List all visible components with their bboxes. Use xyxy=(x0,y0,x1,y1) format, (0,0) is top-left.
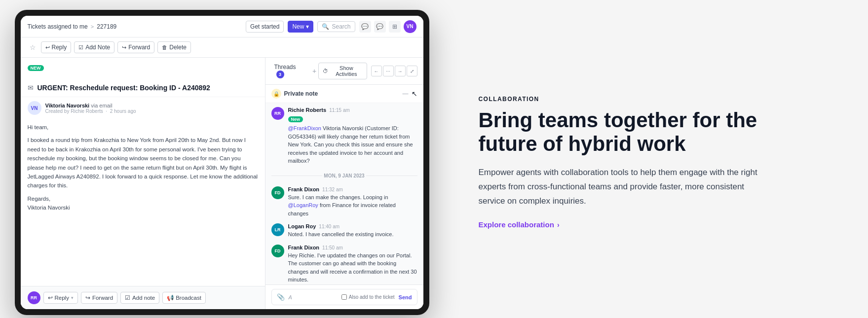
reply-caret-icon: ▾ xyxy=(71,295,74,300)
device-screen: Tickets assigned to me > 227189 Get star… xyxy=(21,16,423,309)
sender-via: via email xyxy=(91,103,112,108)
message-content: Frank Dixon 11:32 am Sure. I can make th… xyxy=(288,186,417,218)
message-content: Richie Roberts 11:15 am New @FrankDixon … xyxy=(288,107,417,165)
private-note-label: 🔒 Private note xyxy=(271,89,318,99)
message-avatar-fd2: FD xyxy=(271,245,284,257)
collaboration-heading: Bring teams together for the future of h… xyxy=(479,108,809,156)
collaboration-label: COLLABORATION xyxy=(479,96,809,103)
message-content: Frank Dixon 11:50 am Hey Richie. I've up… xyxy=(288,245,417,284)
compose-placeholder[interactable]: A xyxy=(289,294,338,300)
reply-bar-avatar: RR xyxy=(28,291,40,304)
also-add-checkbox[interactable] xyxy=(341,294,347,300)
reply-bar-broadcast-icon: 📢 xyxy=(167,294,174,301)
marketing-content: COLLABORATION Bring teams together for t… xyxy=(459,86,829,239)
message-text: Hey Richie. I've updated the changes on … xyxy=(288,251,417,284)
email-panel: New ✉ URGENT: Reschedule request: Bookin… xyxy=(21,58,265,309)
threads-nav-next[interactable]: → xyxy=(395,66,406,76)
sender-details: Viktoria Navorski via email Created by R… xyxy=(45,103,136,114)
delete-icon: 🗑 xyxy=(162,44,167,50)
threads-header: Threads 3 + ⏱ Show Activities ← xyxy=(265,58,423,85)
message-header: Logan Roy 11:40 am xyxy=(288,223,417,229)
email-sign: Regards, Viktoria Navorski xyxy=(28,194,258,212)
email-greeting: Hi team, xyxy=(28,123,258,132)
email-subject-row: ✉ URGENT: Reschedule request: Booking ID… xyxy=(21,77,265,97)
message-text: Noted. I have cancelled the existing inv… xyxy=(288,230,417,239)
private-note-header: 🔒 Private note — ↖ xyxy=(265,85,423,103)
sender-avatar: VN xyxy=(28,101,41,115)
threads-nav: ← ··· → ⤢ xyxy=(371,66,417,76)
sender-name: Viktoria Navorski xyxy=(45,103,90,108)
message-time: 11:50 am xyxy=(322,245,343,250)
message-author: Frank Dixon xyxy=(288,245,320,250)
breadcrumb-section: Tickets assigned to me xyxy=(28,23,88,30)
private-note-icon: 🔒 xyxy=(271,89,281,99)
email-subject-text: URGENT: Reschedule request: Booking ID -… xyxy=(38,84,210,92)
star-button[interactable]: ☆ xyxy=(28,41,38,53)
chat-icon[interactable]: 💬 xyxy=(374,21,386,33)
also-add-label[interactable]: Also add to the ticket xyxy=(341,294,395,300)
threads-expand-button[interactable]: ⤢ xyxy=(407,66,417,76)
private-note-minimize[interactable]: — xyxy=(403,90,409,97)
delete-button[interactable]: 🗑 Delete xyxy=(157,41,191,53)
reply-bar-broadcast-button[interactable]: 📢 Broadcast xyxy=(162,292,206,304)
threads-tab[interactable]: Threads 3 xyxy=(271,62,309,80)
search-box[interactable]: 🔍 Search xyxy=(317,21,355,32)
message-header: Richie Roberts 11:15 am xyxy=(288,107,417,113)
compose-right: Also add to the ticket Send xyxy=(341,294,412,300)
forward-button[interactable]: ↪ Forward xyxy=(117,41,154,53)
email-body: Hi team, I booked a round trip from Krak… xyxy=(21,119,265,286)
breadcrumb: Tickets assigned to me > 227189 xyxy=(28,23,117,30)
breadcrumb-separator: > xyxy=(91,24,94,30)
compose-area: 📎 A Also add to the ticket Send xyxy=(265,284,423,309)
threads-nav-prev[interactable]: ← xyxy=(371,66,382,76)
forward-icon: ↪ xyxy=(122,44,126,51)
threads-count-badge: 3 xyxy=(276,71,284,78)
email-body-text: I booked a round trip from Krakozhia to … xyxy=(28,136,258,190)
message-item: FD Frank Dixon 11:50 am Hey Richie. I've… xyxy=(271,245,417,284)
message-item: FD Frank Dixon 11:32 am Sure. I can make… xyxy=(271,186,417,218)
message-avatar-rr: RR xyxy=(271,107,284,120)
reply-bar: RR ↩ Reply ▾ ↪ Forward ☑ Add note xyxy=(21,286,265,309)
reply-button[interactable]: ↩ Reply xyxy=(41,41,72,53)
get-started-button[interactable]: Get started xyxy=(246,21,284,33)
message-time: 11:32 am xyxy=(322,187,343,192)
message-author: Frank Dixon xyxy=(288,186,320,192)
message-time: 11:15 am xyxy=(329,107,350,113)
email-new-badge: New xyxy=(28,65,44,71)
explore-collaboration-link[interactable]: Explore collaboration › xyxy=(479,220,560,229)
threads-nav-ellipsis[interactable]: ··· xyxy=(383,66,394,76)
date-divider: MON, 9 JAN 2023 xyxy=(271,171,417,180)
message-header: Frank Dixon 11:32 am xyxy=(288,186,417,192)
add-note-button[interactable]: ☑ Add Note xyxy=(74,41,114,53)
device-frame: Tickets assigned to me > 227189 Get star… xyxy=(15,10,429,315)
message-new-badge: New xyxy=(288,116,303,122)
breadcrumb-ticket-id[interactable]: 227189 xyxy=(97,23,116,30)
user-avatar[interactable]: VN xyxy=(404,20,416,33)
message-text: Sure. I can make the changes. Looping in… xyxy=(288,193,417,218)
add-note-icon: ☑ xyxy=(78,44,83,51)
new-button[interactable]: New ▾ xyxy=(288,21,313,33)
reply-bar-reply-icon: ↩ xyxy=(48,294,53,301)
action-toolbar: ☆ ↩ Reply ☑ Add Note ↪ Forward 🗑 Delete xyxy=(21,37,423,58)
send-button[interactable]: Send xyxy=(399,294,412,300)
show-activities-button[interactable]: ⏱ Show Activities xyxy=(318,63,367,79)
message-item: RR Richie Roberts 11:15 am New @FrankDix… xyxy=(271,107,417,165)
attach-icon[interactable]: 📎 xyxy=(277,293,285,301)
cursor-icon: ↖ xyxy=(412,90,417,98)
collaboration-description: Empower agents with collaboration tools … xyxy=(479,166,765,209)
search-icon: 🔍 xyxy=(322,23,329,30)
email-envelope-icon: ✉ xyxy=(28,84,34,92)
message-author: Logan Roy xyxy=(288,223,316,229)
threads-panel: Threads 3 + ⏱ Show Activities ← xyxy=(265,58,423,309)
sender-meta: Created by Richie Roberts · 2 hours ago xyxy=(45,108,136,114)
reply-bar-add-note-button[interactable]: ☑ Add note xyxy=(120,292,159,304)
compose-input[interactable]: 📎 A Also add to the ticket Send xyxy=(271,289,417,305)
private-note-actions: — ↖ xyxy=(403,90,417,98)
threads-tabs: Threads 3 + xyxy=(271,62,319,80)
reply-bar-reply-button[interactable]: ↩ Reply ▾ xyxy=(43,292,78,304)
apps-icon[interactable]: ⊞ xyxy=(389,21,401,33)
add-thread-button[interactable]: + xyxy=(310,66,318,76)
notification-icon[interactable]: 💬 xyxy=(359,21,371,33)
top-nav: Tickets assigned to me > 227189 Get star… xyxy=(21,16,423,37)
reply-bar-forward-button[interactable]: ↪ Forward xyxy=(81,292,117,304)
